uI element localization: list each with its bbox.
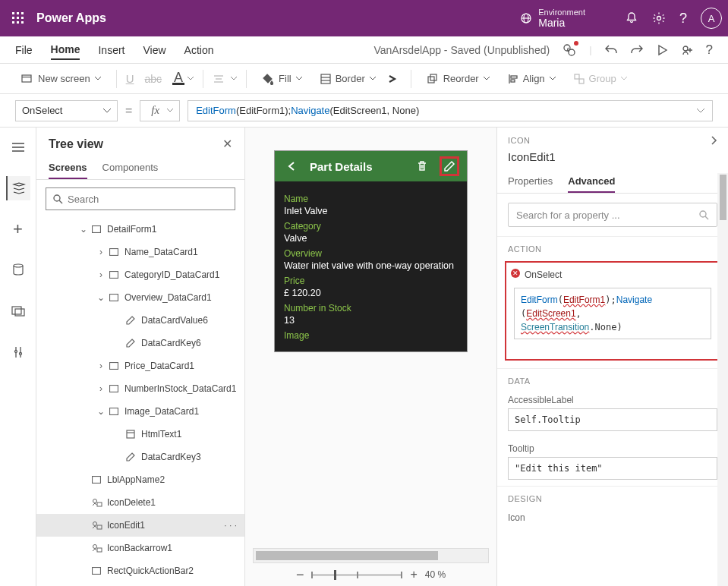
control-type-icon	[92, 567, 104, 575]
chevron-right-icon[interactable]: ›	[96, 247, 106, 257]
tree-item[interactable]: IconEdit1· · ·	[36, 514, 244, 537]
border-button[interactable]: Border	[314, 70, 382, 87]
more-icon[interactable]: · · ·	[224, 520, 237, 531]
undo-icon[interactable]	[604, 43, 618, 57]
user-avatar[interactable]: A	[701, 8, 722, 29]
tree-item[interactable]: DataCardValue6	[36, 309, 244, 332]
tree-item[interactable]: › Price_DataCard1	[36, 354, 244, 377]
property-selector[interactable]: OnSelect	[15, 100, 118, 121]
chevron-down-icon[interactable]: ⌄	[96, 292, 106, 303]
fill-label: Fill	[279, 73, 292, 84]
app-checker-icon[interactable]	[562, 43, 577, 58]
zoom-bar: − + 40 %	[245, 563, 496, 586]
settings-icon[interactable]	[652, 11, 666, 25]
chevron-right-icon[interactable]: ›	[96, 361, 106, 371]
share-icon[interactable]	[680, 43, 694, 57]
field-label: Category	[284, 221, 458, 232]
hamburger-icon[interactable]	[6, 135, 30, 159]
underline-icon[interactable]: U	[126, 72, 134, 85]
tree-item[interactable]: RectQuickActionBar2	[36, 559, 244, 582]
chevron-right-icon[interactable]: ›	[96, 269, 106, 280]
left-rail: +	[0, 128, 36, 586]
align-text-icon[interactable]	[213, 74, 225, 84]
tree-item[interactable]: IconDelete1	[36, 491, 244, 514]
tree-tab-components[interactable]: Components	[102, 157, 159, 179]
menu-file[interactable]: File	[15, 41, 33, 59]
menu-home[interactable]: Home	[51, 40, 80, 60]
tree-item-label: Image_DataCard1	[124, 406, 199, 417]
tree-item[interactable]: IconBackarrow1	[36, 537, 244, 559]
menu-action[interactable]: Action	[184, 41, 214, 59]
tree-item[interactable]: LblAppName2	[36, 468, 244, 491]
media-icon[interactable]	[6, 299, 30, 323]
advanced-tools-icon[interactable]	[6, 340, 30, 364]
tree-item-label: IconBackarrow1	[107, 543, 172, 553]
tree-tab-screens[interactable]: Screens	[49, 157, 87, 179]
fx-icon[interactable]: fx	[147, 100, 164, 121]
new-screen-button[interactable]: New screen	[15, 70, 107, 87]
app-launcher-icon[interactable]	[6, 6, 30, 30]
notifications-icon[interactable]	[625, 11, 638, 25]
tree-item[interactable]: › Name_DataCard1	[36, 241, 244, 263]
canvas-horizontal-scrollbar[interactable]	[253, 548, 489, 563]
formula-input[interactable]: EditForm(EditForm1);Navigate(EditScreen1…	[188, 100, 713, 121]
expand-panel-icon[interactable]	[710, 135, 717, 146]
font-color-icon[interactable]: A	[172, 72, 184, 85]
tree-item-label: DetailForm1	[107, 224, 156, 235]
svg-line-40	[59, 200, 62, 203]
zoom-slider[interactable]	[311, 574, 402, 576]
zoom-in-icon[interactable]: +	[410, 568, 417, 581]
tree-item-label: DataCardValue6	[141, 315, 208, 326]
error-icon[interactable]: ✕	[511, 269, 520, 278]
tree-search[interactable]	[46, 187, 235, 210]
tree-item-label: IconDelete1	[107, 497, 156, 508]
tree-item[interactable]: HtmlText1	[36, 423, 244, 446]
tree-item[interactable]: ⌄ Overview_DataCard1	[36, 286, 244, 309]
menu-insert[interactable]: Insert	[98, 41, 124, 59]
right-panel-scrollbar[interactable]	[717, 173, 728, 586]
chevron-right-icon[interactable]: ›	[96, 383, 106, 394]
strikethrough-icon[interactable]: abc	[144, 73, 162, 85]
edit-icon[interactable]	[440, 156, 459, 176]
tree-item[interactable]: ⌄ DetailForm1	[36, 218, 244, 241]
control-type-icon	[126, 430, 138, 439]
svg-rect-4	[17, 17, 19, 19]
property-search[interactable]: Search for a property ...	[508, 203, 717, 227]
chevron-down-icon[interactable]: ⌄	[78, 224, 89, 235]
data-icon[interactable]	[6, 258, 30, 282]
onselect-code-editor[interactable]: EditForm(EditForm1);Navigate(EditScreen1…	[514, 288, 711, 339]
tree-item[interactable]: ⌄ Image_DataCard1	[36, 400, 244, 423]
insert-icon[interactable]: +	[6, 217, 30, 241]
close-tree-icon[interactable]: ✕	[222, 137, 232, 151]
ribbon: New screen U abc A Fill Border Reorder A…	[0, 64, 728, 94]
menu-view[interactable]: View	[143, 41, 165, 59]
tree-search-input[interactable]	[68, 194, 228, 205]
fill-button[interactable]: Fill	[256, 70, 308, 88]
chevron-down-icon[interactable]: ⌄	[96, 406, 106, 417]
control-type-icon	[126, 316, 138, 325]
tree-item[interactable]: DataCardKey6	[36, 332, 244, 354]
back-icon[interactable]	[282, 156, 302, 176]
svg-rect-42	[110, 249, 118, 256]
delete-icon[interactable]	[412, 156, 432, 176]
align-button[interactable]: Align	[502, 70, 562, 87]
redo-icon[interactable]	[630, 43, 644, 57]
format-painter-icon[interactable]	[388, 74, 402, 83]
zoom-value: 40 %	[425, 569, 446, 580]
tooltip-input[interactable]: "Edit this item"	[508, 457, 717, 480]
zoom-out-icon[interactable]: −	[296, 567, 304, 583]
tree-item[interactable]: DataCardKey3	[36, 446, 244, 468]
group-button[interactable]: Group	[568, 70, 633, 87]
tree-view-icon[interactable]	[6, 176, 30, 200]
tab-properties[interactable]: Properties	[508, 171, 553, 193]
play-icon[interactable]	[656, 44, 668, 56]
reorder-button[interactable]: Reorder	[421, 70, 496, 87]
help-menu-icon[interactable]: ?	[706, 43, 713, 58]
tree-item[interactable]: › CategoryID_DataCard1	[36, 263, 244, 286]
help-icon[interactable]: ?	[679, 11, 687, 27]
accessible-label-input[interactable]: Self.Tooltip	[508, 408, 717, 431]
environment-switcher[interactable]: Environment Maria	[520, 8, 585, 29]
svg-rect-44	[110, 295, 118, 301]
tree-item[interactable]: › NumberInStock_DataCard1	[36, 377, 244, 400]
tab-advanced[interactable]: Advanced	[568, 171, 615, 193]
